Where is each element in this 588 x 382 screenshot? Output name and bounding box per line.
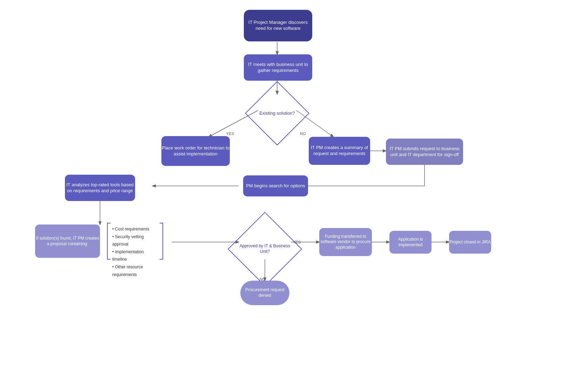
node-implemented: Application is implemented	[389, 231, 432, 254]
no-label-existing: NO	[300, 132, 306, 136]
proposal-item-4: • Other resource requirements	[112, 263, 158, 279]
proposal-item-2: • Security vetting approval	[112, 233, 158, 248]
node-start: IT Project Manager discovers need for ne…	[244, 10, 312, 41]
flowchart: IT Project Manager discovers need for ne…	[0, 0, 588, 382]
proposal-items-container: • Cost requirements • Security vetting a…	[103, 223, 167, 260]
node-funding: Funding transferred to software vendor t…	[319, 228, 372, 256]
proposal-item-3: • Implementation timeline	[112, 248, 158, 263]
node-decision-approved: Approved by IT & Business Unit?	[239, 223, 291, 275]
node-search: PM begins search for options	[243, 175, 308, 196]
node-closed: Project closed in JIRA	[449, 231, 491, 254]
proposal-item-1: • Cost requirements	[112, 226, 158, 233]
yes-label-existing: YES	[226, 132, 234, 136]
node-summary: IT PM creates a summary of request and r…	[309, 137, 370, 165]
yes-label-approved: YES	[293, 240, 301, 244]
node-submit-request: IT PM submits request to business unit a…	[386, 139, 463, 165]
node-proposal: If solution(s) found, IT PM creates a pr…	[35, 224, 100, 258]
node-meet: IT meets with business unit to gather re…	[244, 54, 312, 81]
node-analyze: IT analyzes top-rated tools based on req…	[65, 175, 135, 201]
proposal-list: • Cost requirements • Security vetting a…	[103, 223, 167, 281]
node-decision-existing: Existing solution?	[254, 91, 300, 136]
node-work-order: Place work order for technician to assis…	[161, 136, 230, 166]
node-denied: Procurement request denied	[240, 281, 289, 305]
